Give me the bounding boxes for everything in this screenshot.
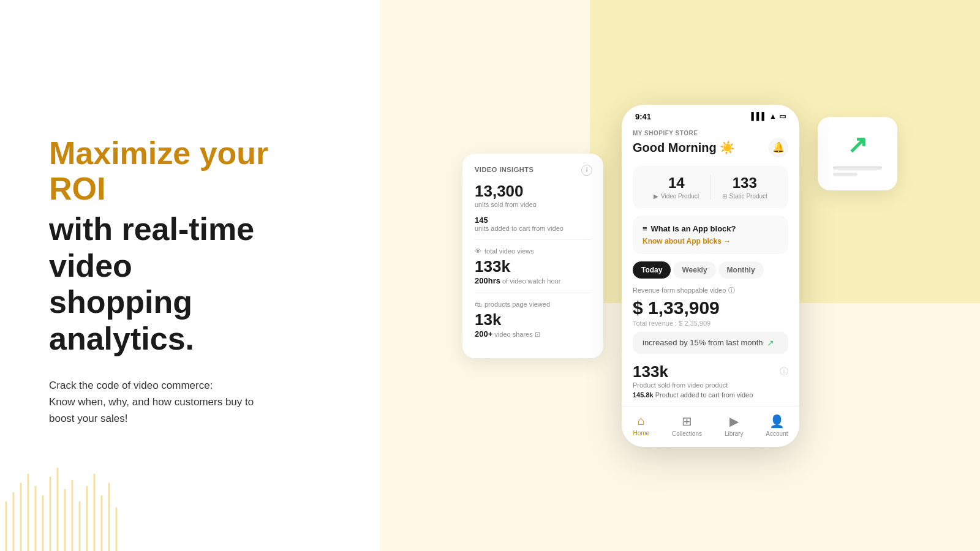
greeting-word: Good Morning [633,141,717,154]
stat-static-product: 133 ⊞ Static Product [711,174,779,200]
views-number: 133k [475,257,591,276]
description: Crack the code of video commerce: Know w… [49,377,331,427]
wifi-icon: ▲ [769,112,777,121]
video-product-label: ▶ Video Product [643,193,710,200]
revenue-label: Revenue form shoppable video ⓘ [633,286,788,295]
chart-line-1 [833,166,882,170]
watch-sub: of video watch hour [502,277,560,285]
battery-icon: ▭ [779,112,786,121]
tab-monthly[interactable]: Monthly [718,261,764,279]
shares-label: 200+ video shares ⊡ [475,329,591,339]
trending-up-icon: ↗ [767,338,774,348]
left-panel: Maximize your ROI with real-time videosh… [0,0,380,551]
shares-number: 200+ [475,329,492,339]
library-label: Library [725,430,744,437]
status-bar: 9:41 ▌▌▌ ▲ ▭ [622,105,799,124]
app-block-title: ≡ What is an App block? [643,224,778,233]
status-icons: ▌▌▌ ▲ ▭ [752,112,786,121]
total-views-header: 👁 total video views [475,247,591,255]
product-sold-label: Product sold from video product [633,381,788,389]
tabs-row: Today Weekly Monthly [633,261,788,279]
headline-sub: with real-time videoshopping analytics. [49,211,331,358]
app-block-section: ≡ What is an App block? Know about App b… [633,216,788,254]
stat-video-product: 14 ▶ Video Product [643,174,711,200]
phone-content: MY SHOPIFY STORE Good Morning ☀️ 🔔 14 ▶ [622,124,799,399]
chart-arrow-icon: ↗ [847,130,868,159]
badge-text: increased by 15% from last month [643,338,763,347]
desc-line3: boost your sales! [49,413,128,424]
video-product-number: 14 [643,174,710,192]
phone-container: VIDEO INSIGHTS i 13,300 units sold from … [462,105,897,447]
collections-label: Collections [672,430,702,437]
account-icon: 👤 [769,414,785,429]
revenue-amount: $ 1,33,909 [633,298,788,318]
status-time: 9:41 [635,112,651,121]
product-cart-text: Product added to cart from video [655,391,753,399]
chart-lines [833,166,882,176]
share-icon: ⊡ [535,331,540,338]
video-insights-card: VIDEO INSIGHTS i 13,300 units sold from … [462,154,603,358]
revenue-label-text: Revenue form shoppable video [633,287,726,294]
watch-label: 200hrs of video watch hour [475,276,591,285]
product-stats: 133k ⓘ Product sold from video product 1… [633,362,788,399]
desc-line1: Crack the code of video commerce: [49,380,213,391]
static-product-label: ⊞ Static Product [711,193,779,200]
decorative-lines [0,429,135,551]
product-cart-label: 145.8k Product added to cart from video [633,391,788,399]
chart-line-2 [833,173,858,176]
units-cart-label: units added to cart from video [475,225,591,232]
units-sold-number: 13,300 [475,182,591,201]
headline-roi: Maximize your ROI [49,136,331,206]
products-header: 🛍 products page viewed [475,301,591,308]
nav-account[interactable]: 👤 Account [766,414,788,437]
menu-icon: ≡ [643,224,647,233]
units-sold-label: units sold from video [475,201,591,208]
info-icon: i [581,165,592,176]
static-product-number: 133 [711,174,779,192]
static-label-text: Static Product [729,193,767,200]
total-views-label: total video views [484,247,534,255]
store-label: MY SHOPIFY STORE [633,130,788,137]
product-cart-number: 145.8k [633,391,654,399]
chart-card: ↗ [818,117,897,190]
bag-icon: 🛍 [475,301,481,308]
nav-collections[interactable]: ⊞ Collections [672,414,702,437]
increased-badge: increased by 15% from last month ↗ [633,332,788,354]
product-info-icon: ⓘ [780,366,788,377]
grid-icon: ⊞ [722,193,727,200]
phone-mockup: 9:41 ▌▌▌ ▲ ▭ MY SHOPIFY STORE Good Morni… [622,105,799,447]
collections-icon: ⊞ [682,414,692,429]
account-label: Account [766,430,788,437]
tab-today[interactable]: Today [633,261,671,279]
greeting-text: Good Morning ☀️ [633,140,735,155]
total-revenue-label: Total revenue : $ 2,35,909 [633,320,788,327]
nav-home[interactable]: ⌂ Home [633,414,649,437]
stats-row: 14 ▶ Video Product 133 ⊞ Static Product [633,166,788,208]
revenue-info-icon: ⓘ [728,286,735,295]
home-label: Home [633,430,649,437]
eye-icon: 👁 [475,247,481,255]
desc-line2: Know when, why, and how customers buy to [49,396,254,408]
total-views-section: 👁 total video views 133k 200hrs of video… [475,239,591,285]
know-link[interactable]: Know about App blcks → [643,237,778,246]
app-block-text: What is an App block? [651,224,736,233]
home-icon: ⌂ [638,414,645,428]
product-big-number: 133k [633,362,668,381]
tab-weekly[interactable]: Weekly [673,261,715,279]
video-icon: ▶ [654,193,658,200]
greeting-row: Good Morning ☀️ 🔔 [633,138,788,157]
right-panel: VIDEO INSIGHTS i 13,300 units sold from … [380,0,980,551]
greeting-emoji: ☀️ [720,141,735,154]
bell-icon[interactable]: 🔔 [769,138,788,157]
bottom-nav: ⌂ Home ⊞ Collections ▶ Library 👤 Account [622,406,799,447]
products-section: 🛍 products page viewed 13k 200+ video sh… [475,293,591,339]
nav-library[interactable]: ▶ Library [725,414,744,437]
products-number: 13k [475,310,591,329]
video-insights-title: VIDEO INSIGHTS [475,166,591,173]
watch-hours: 200hrs [475,276,500,285]
signal-icon: ▌▌▌ [752,112,767,121]
shares-sub: video shares [494,331,532,338]
units-cart-number: 145 [475,216,591,225]
products-label: products page viewed [484,301,550,308]
video-label-text: Video Product [661,193,699,200]
